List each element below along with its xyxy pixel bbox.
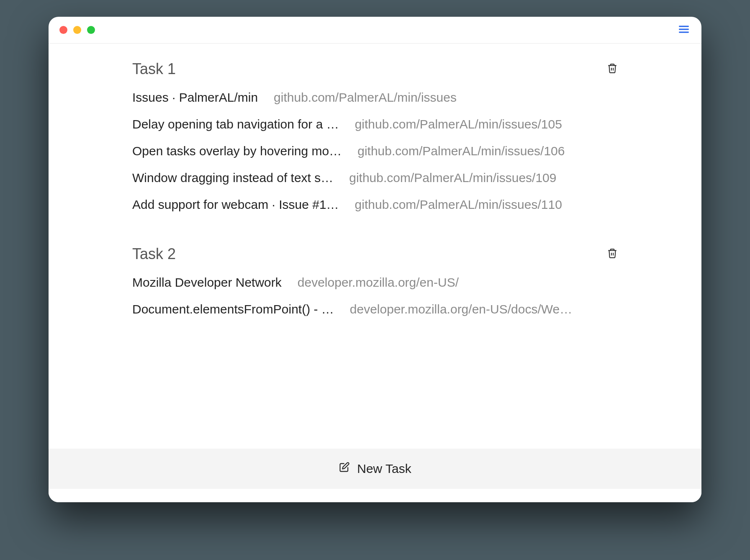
tab-item[interactable]: Window dragging instead of text s… githu… [132, 171, 618, 185]
tab-url: github.com/PalmerAL/min/issues [274, 90, 457, 105]
app-window: Task 1 Issues · PalmerAL/min [49, 17, 701, 502]
menu-button[interactable] [677, 23, 691, 37]
task-block: Task 1 Issues · PalmerAL/min [132, 60, 618, 224]
tab-title: Open tasks overlay by hovering mo… [132, 144, 342, 158]
task-title[interactable]: Task 1 [132, 60, 176, 78]
task-header: Task 1 [132, 60, 618, 78]
new-task-label: New Task [357, 462, 411, 476]
tab-title: Window dragging instead of text s… [132, 171, 333, 185]
footer-space [49, 489, 701, 502]
delete-task-button[interactable] [607, 62, 618, 76]
task-title[interactable]: Task 2 [132, 245, 176, 263]
titlebar [49, 17, 701, 44]
tab-item[interactable]: Add support for webcam · Issue #1… githu… [132, 198, 618, 212]
tab-url: developer.mozilla.org/en-US/docs/We… [350, 302, 572, 316]
trash-icon [607, 62, 618, 76]
tab-url: developer.mozilla.org/en-US/ [298, 275, 459, 290]
tab-item[interactable]: Delay opening tab navigation for a … git… [132, 117, 618, 131]
window-minimize-button[interactable] [73, 26, 81, 34]
tab-title: Add support for webcam · Issue #1… [132, 198, 339, 212]
tab-title: Document.elementsFromPoint() - … [132, 302, 334, 316]
tab-item[interactable]: Document.elementsFromPoint() - … develop… [132, 302, 618, 316]
tab-title: Mozilla Developer Network [132, 275, 282, 290]
tab-url: github.com/PalmerAL/min/issues/105 [355, 117, 562, 131]
tab-title: Issues · PalmerAL/min [132, 90, 258, 105]
hamburger-icon [678, 23, 690, 37]
window-close-button[interactable] [59, 26, 67, 34]
edit-icon [339, 462, 350, 476]
tab-title: Delay opening tab navigation for a … [132, 117, 339, 131]
task-header: Task 2 [132, 245, 618, 263]
tab-item[interactable]: Issues · PalmerAL/min github.com/PalmerA… [132, 90, 618, 105]
task-overlay: Task 1 Issues · PalmerAL/min [49, 44, 701, 489]
tab-item[interactable]: Mozilla Developer Network developer.mozi… [132, 275, 618, 290]
new-task-button[interactable]: New Task [49, 449, 701, 489]
tab-url: github.com/PalmerAL/min/issues/106 [357, 144, 565, 158]
tab-url: github.com/PalmerAL/min/issues/110 [355, 198, 562, 212]
tab-item[interactable]: Open tasks overlay by hovering mo… githu… [132, 144, 618, 158]
delete-task-button[interactable] [607, 247, 618, 261]
trash-icon [607, 247, 618, 261]
window-controls [59, 26, 95, 34]
window-maximize-button[interactable] [87, 26, 95, 34]
task-block: Task 2 Mozilla Developer Network [132, 245, 618, 329]
tab-url: github.com/PalmerAL/min/issues/109 [349, 171, 556, 185]
